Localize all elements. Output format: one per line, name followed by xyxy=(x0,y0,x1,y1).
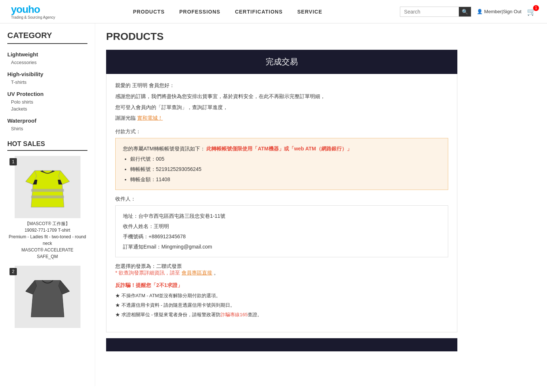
thanks-link: 謝謝光臨 實和電城！ xyxy=(115,114,448,123)
invoice-member-link[interactable]: 會員專區直接 xyxy=(181,270,212,276)
logo-text: youho xyxy=(11,4,55,15)
search-box: 🔍 xyxy=(400,7,471,17)
fraud-item-2: ★ 不透露信用卡資料 - 請勿隨意透露信用卡號與到期日。 xyxy=(115,301,448,309)
sidebar-group-waterproof: Waterproof Shirts xyxy=(7,117,87,131)
invoice-section: 您選擇的發票為：二聯式發票 * 欲查詢發票詳細資訊，請至 會員專區直接 。 xyxy=(115,263,448,276)
hot-item-2[interactable]: 2 xyxy=(7,266,87,328)
search-button[interactable]: 🔍 xyxy=(459,7,471,16)
content-area: PRODUCTS 完成交易 親愛的 王明明 會員您好： 感謝您的訂購，我們將盡快… xyxy=(95,23,547,386)
sidebar-item-tshirts[interactable]: T-shirts xyxy=(11,79,87,85)
page-title: PRODUCTS xyxy=(106,31,536,42)
svg-rect-2 xyxy=(31,195,64,198)
payment-label: 付款方式： xyxy=(115,128,448,135)
account-number: 轉帳帳號：5219125293056245 xyxy=(130,164,441,174)
logo-subtitle: Trading & Sourcing Agency xyxy=(11,15,55,19)
check-order-text: 您可登入會員內的「訂單查詢」，查詢訂單進度， xyxy=(115,103,448,112)
phone-line: 手機號碼：+886912345678 xyxy=(123,231,441,242)
greeting-text: 親愛的 王明明 會員您好： xyxy=(115,81,448,90)
address-line: 地址：台中市西屯區西屯路三段忠安巷1-11號 xyxy=(123,211,441,221)
bank-code: 銀行代號：005 xyxy=(130,154,441,164)
recipient-label: 收件人： xyxy=(115,196,448,202)
member-link[interactable]: 👤 Member|Sign Out xyxy=(477,9,521,14)
sidebar: CATEGORY Lightweight Accessories High-vi… xyxy=(0,23,95,386)
sidebar-group-label-high-visibility[interactable]: High-visibility xyxy=(7,71,87,77)
transaction-header-bar: 完成交易 xyxy=(106,50,457,74)
cart-button[interactable]: 🛒 1 xyxy=(527,7,536,16)
invoice-text: 您選擇的發票為：二聯式發票 xyxy=(115,263,448,270)
logo: youho Trading & Sourcing Agency xyxy=(11,4,55,19)
sidebar-item-jackets[interactable]: Jackets xyxy=(11,106,87,112)
sidebar-item-accessories[interactable]: Accessories xyxy=(11,60,87,65)
amount: 轉帳金額：11408 xyxy=(130,174,441,184)
fraud-item-1: ★ 不操作ATM - ATM並沒有解除分期付款的選項。 xyxy=(115,292,448,300)
atm-intro-text: 您的專屬ATM轉帳帳號發資訊如下： xyxy=(123,146,205,152)
transaction-body: 親愛的 王明明 會員您好： 感謝您的訂購，我們將盡快為您安排出貨事宜，基於資料安… xyxy=(106,74,457,332)
nav-products[interactable]: PRODUCTS xyxy=(133,9,165,15)
fraud-item-3: ★ 求證相關單位 - 懷疑來電者身份，請報警政署防詐騙專線165查證。 xyxy=(115,311,448,319)
nav-certifications[interactable]: CERTIFICATIONS xyxy=(235,9,282,15)
sidebar-group-label-waterproof[interactable]: Waterproof xyxy=(7,117,87,124)
thanks-store-link[interactable]: 實和電城！ xyxy=(137,115,163,121)
recipient-section: 收件人： 地址：台中市西屯區西屯路三段忠安巷1-11號 收件人姓名：王明明 手機… xyxy=(115,196,448,257)
category-title: CATEGORY xyxy=(7,31,87,44)
payment-section: 付款方式： 您的專屬ATM轉帳帳號發資訊如下： 此轉帳帳號僅限使用「ATM機器」… xyxy=(115,128,448,190)
svg-rect-1 xyxy=(31,189,64,192)
sidebar-group-high-visibility: High-visibility T-shirts xyxy=(7,71,87,85)
fraud-hotline: 詐騙專線165 xyxy=(221,312,248,317)
hot-item-1-image xyxy=(15,156,80,218)
search-input[interactable] xyxy=(400,7,459,16)
main-layout: CATEGORY Lightweight Accessories High-vi… xyxy=(0,23,547,386)
invoice-link-line: * 欲查詢發票詳細資訊，請至 會員專區直接 。 xyxy=(115,270,448,276)
hot-item-2-image xyxy=(15,266,80,328)
recipient-box: 地址：台中市西屯區西屯路三段忠安巷1-11號 收件人姓名：王明明 手機號碼：+8… xyxy=(115,205,448,257)
fraud-title: 反詐騙！提醒您「2不1求證」 xyxy=(115,282,448,289)
main-nav: PRODUCTS PROFESSIONS CERTIFICATIONS SERV… xyxy=(133,9,322,15)
nav-service[interactable]: SERVICE xyxy=(297,9,322,15)
sidebar-group-label-lightweight[interactable]: Lightweight xyxy=(7,51,87,57)
user-icon: 👤 xyxy=(477,9,483,14)
atm-details: 銀行代號：005 轉帳帳號：5219125293056245 轉帳金額：1140… xyxy=(130,154,441,184)
thanks-prefix: 謝謝光臨 xyxy=(115,115,136,121)
nav-professions[interactable]: PROFESSIONS xyxy=(179,9,220,15)
fraud-warning: 反詐騙！提醒您「2不1求證」 ★ 不操作ATM - ATM並沒有解除分期付款的選… xyxy=(115,282,448,319)
transaction-container: 完成交易 親愛的 王明明 會員您好： 感謝您的訂購，我們將盡快為您安排出貨事宜，… xyxy=(106,50,457,351)
sidebar-group-label-uv-protection[interactable]: UV Protection xyxy=(7,91,87,97)
sidebar-group-uv-protection: UV Protection Polo shirts Jackets xyxy=(7,91,87,112)
hot-sales-title: HOT SALES xyxy=(7,140,87,151)
transaction-footer-bar xyxy=(106,338,457,351)
transaction-title: 完成交易 xyxy=(266,57,298,66)
hot-item-1-num: 1 xyxy=(10,158,17,165)
header: youho Trading & Sourcing Agency PRODUCTS… xyxy=(0,0,547,23)
hot-item-1[interactable]: 1 xyxy=(7,156,87,260)
hot-item-2-num: 2 xyxy=(10,268,17,275)
recipient-name-line: 收件人姓名：王明明 xyxy=(123,221,441,231)
email-line: 訂單通知Email：Mingming@gmail.com xyxy=(123,242,441,252)
header-right: 🔍 👤 Member|Sign Out 🛒 1 xyxy=(400,7,536,17)
thank-text: 感謝您的訂購，我們將盡快為您安排出貨事宜，基於資料安全，在此不再顯示完整訂單明細… xyxy=(115,92,448,101)
atm-intro: 您的專屬ATM轉帳帳號發資訊如下： 此轉帳帳號僅限使用「ATM機器」或「web … xyxy=(123,143,441,154)
invoice-link-prefix: * 欲查詢發票詳細資訊，請至 xyxy=(115,270,180,276)
sidebar-item-shirts[interactable]: Shirts xyxy=(11,126,87,131)
cart-badge: 1 xyxy=(533,5,539,11)
atm-box: 您的專屬ATM轉帳帳號發資訊如下： 此轉帳帳號僅限使用「ATM機器」或「web … xyxy=(115,138,448,190)
hot-item-1-text: 【MASCOT® 工作服】19092-771-1709 T-shirtPremi… xyxy=(7,220,87,260)
member-label: Member|Sign Out xyxy=(484,9,521,14)
atm-warning: 此轉帳帳號僅限使用「ATM機器」或「web ATM（網路銀行）」 xyxy=(206,146,352,152)
sidebar-item-polo-shirts[interactable]: Polo shirts xyxy=(11,99,87,105)
sidebar-group-lightweight: Lightweight Accessories xyxy=(7,51,87,65)
invoice-link-suffix: 。 xyxy=(214,270,219,276)
